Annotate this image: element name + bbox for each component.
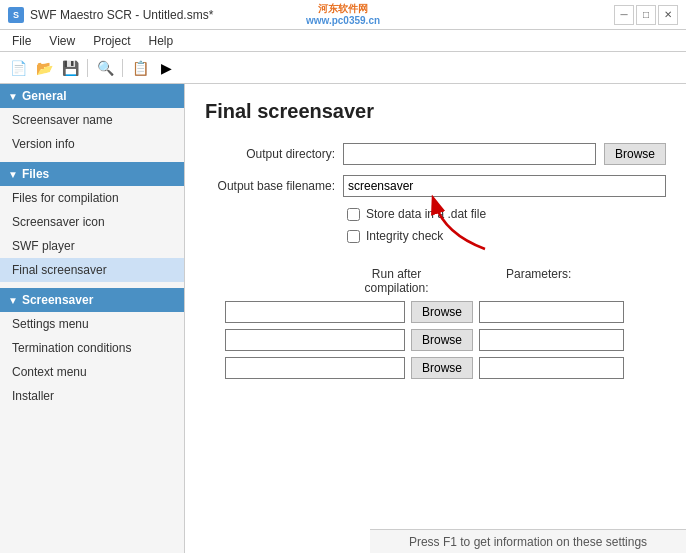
sidebar-item-swf-player[interactable]: SWF player — [0, 234, 184, 258]
sidebar-item-final-screensaver[interactable]: Final screensaver — [0, 258, 184, 282]
menu-help[interactable]: Help — [141, 32, 182, 50]
minimize-button[interactable]: ─ — [614, 5, 634, 25]
run-input-1[interactable] — [225, 301, 405, 323]
toolbar-run[interactable]: ▶ — [154, 56, 178, 80]
toolbar-open[interactable]: 📂 — [32, 56, 56, 80]
watermark-line1: 河东软件网 — [318, 3, 368, 15]
checkbox-dat[interactable] — [347, 208, 360, 221]
sidebar-item-screensaver-name-label: Screensaver name — [12, 113, 113, 127]
run-input-3[interactable] — [225, 357, 405, 379]
sidebar-item-version-info[interactable]: Version info — [0, 132, 184, 156]
browse-run-1[interactable]: Browse — [411, 301, 473, 323]
sidebar-item-files-for-compilation[interactable]: Files for compilation — [0, 186, 184, 210]
main-layout: ▼ General Screensaver name Version info … — [0, 84, 686, 553]
sidebar-item-installer-label: Installer — [12, 389, 54, 403]
sidebar-item-context-label: Context menu — [12, 365, 87, 379]
sidebar-section-general[interactable]: ▼ General — [0, 84, 184, 108]
params-input-1[interactable] — [479, 301, 624, 323]
status-text: Press F1 to get information on these set… — [409, 535, 647, 549]
window-title: SWF Maestro SCR - Untitled.sms* — [30, 8, 213, 22]
toolbar-clipboard[interactable]: 📋 — [128, 56, 152, 80]
window-controls: ─ □ ✕ — [614, 5, 678, 25]
toolbar-separator-2 — [122, 59, 123, 77]
app-icon: S — [8, 7, 24, 23]
screensaver-arrow-icon: ▼ — [8, 295, 18, 306]
run-input-2[interactable] — [225, 329, 405, 351]
page-title: Final screensaver — [205, 100, 666, 123]
menu-view[interactable]: View — [41, 32, 83, 50]
sidebar-section-general-label: General — [22, 89, 67, 103]
run-section-labels: Run after compilation: Parameters: — [205, 267, 666, 295]
sidebar-item-swf-label: SWF player — [12, 239, 75, 253]
checkbox-integrity-label[interactable]: Integrity check — [366, 229, 443, 243]
params-input-3[interactable] — [479, 357, 624, 379]
run-row-1: Browse — [205, 301, 666, 323]
arrow-annotation — [425, 194, 505, 257]
sidebar-item-screensaver-name[interactable]: Screensaver name — [0, 108, 184, 132]
checkbox-integrity-row: Integrity check — [347, 229, 666, 243]
toolbar-new[interactable]: 📄 — [6, 56, 30, 80]
run-after-label: Run after compilation: — [347, 267, 506, 295]
parameters-label: Parameters: — [506, 267, 666, 295]
output-filename-row: Output base filename: — [205, 175, 666, 197]
watermark-line2: www.pc0359.cn — [306, 15, 380, 27]
menu-file[interactable]: File — [4, 32, 39, 50]
run-row-3: Browse — [205, 357, 666, 379]
sidebar-item-version-info-label: Version info — [12, 137, 75, 151]
status-bar: Press F1 to get information on these set… — [370, 529, 686, 553]
title-bar-left: S SWF Maestro SCR - Untitled.sms* — [8, 7, 213, 23]
run-row-2: Browse — [205, 329, 666, 351]
menu-project[interactable]: Project — [85, 32, 138, 50]
params-input-2[interactable] — [479, 329, 624, 351]
sidebar-item-settings-menu[interactable]: Settings menu — [0, 312, 184, 336]
sidebar-section-files-label: Files — [22, 167, 49, 181]
sidebar-item-final-label: Final screensaver — [12, 263, 107, 277]
browse-run-2[interactable]: Browse — [411, 329, 473, 351]
sidebar-section-files[interactable]: ▼ Files — [0, 162, 184, 186]
browse-button-output[interactable]: Browse — [604, 143, 666, 165]
general-arrow-icon: ▼ — [8, 91, 18, 102]
sidebar-item-files-label: Files for compilation — [12, 191, 119, 205]
close-button[interactable]: ✕ — [658, 5, 678, 25]
sidebar-item-icon-label: Screensaver icon — [12, 215, 105, 229]
files-arrow-icon: ▼ — [8, 169, 18, 180]
sidebar: ▼ General Screensaver name Version info … — [0, 84, 185, 553]
sidebar-section-screensaver-label: Screensaver — [22, 293, 93, 307]
checkbox-integrity[interactable] — [347, 230, 360, 243]
checkbox-dat-row: Store data in a .dat file — [347, 207, 666, 221]
output-filename-input[interactable] — [343, 175, 666, 197]
toolbar-save[interactable]: 💾 — [58, 56, 82, 80]
sidebar-item-termination-conditions[interactable]: Termination conditions — [0, 336, 184, 360]
content-area: Final screensaver Output directory: Brow… — [185, 84, 686, 553]
toolbar-separator-1 — [87, 59, 88, 77]
sidebar-item-termination-label: Termination conditions — [12, 341, 131, 355]
checkbox-dat-label[interactable]: Store data in a .dat file — [366, 207, 486, 221]
menu-bar: File View Project Help — [0, 30, 686, 52]
output-directory-row: Output directory: Browse — [205, 143, 666, 165]
sidebar-item-installer[interactable]: Installer — [0, 384, 184, 408]
sidebar-item-context-menu[interactable]: Context menu — [0, 360, 184, 384]
sidebar-section-screensaver[interactable]: ▼ Screensaver — [0, 288, 184, 312]
sidebar-item-screensaver-icon[interactable]: Screensaver icon — [0, 210, 184, 234]
browse-run-3[interactable]: Browse — [411, 357, 473, 379]
maximize-button[interactable]: □ — [636, 5, 656, 25]
output-directory-label: Output directory: — [205, 147, 335, 161]
watermark: 河东软件网 www.pc0359.cn — [306, 3, 380, 27]
output-filename-label: Output base filename: — [205, 179, 335, 193]
toolbar-search[interactable]: 🔍 — [93, 56, 117, 80]
output-directory-input[interactable] — [343, 143, 596, 165]
sidebar-item-settings-label: Settings menu — [12, 317, 89, 331]
toolbar: 📄 📂 💾 🔍 📋 ▶ — [0, 52, 686, 84]
title-bar: S SWF Maestro SCR - Untitled.sms* 河东软件网 … — [0, 0, 686, 30]
